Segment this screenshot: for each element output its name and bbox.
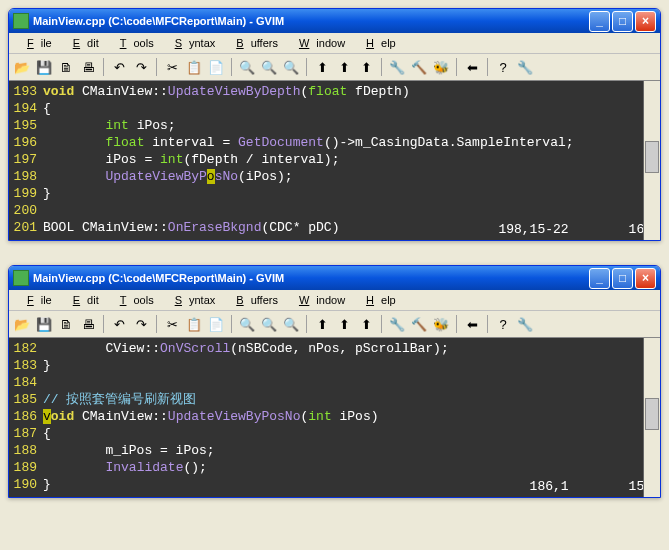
- cursor-position: 198,15-22: [498, 221, 568, 238]
- line-number: 196: [9, 134, 43, 151]
- line-number: 193: [9, 83, 43, 100]
- line-number: 195: [9, 117, 43, 134]
- toolbar-button-15[interactable]: 🔧: [388, 315, 406, 333]
- code-line: 189 Invalidate();: [9, 459, 660, 476]
- menu-buffers[interactable]: Buffers: [222, 35, 285, 51]
- toolbar: 📂💾🗎🖶↶↷✂📋📄🔍🔍🔍⬆⬆⬆🔧🔨🐝⬅?🔧: [9, 311, 660, 338]
- toolbar-button-8[interactable]: 📄: [207, 58, 225, 76]
- maximize-button[interactable]: □: [612, 11, 633, 32]
- code-line: 188 m_iPos = iPos;: [9, 442, 660, 459]
- toolbar-button-20[interactable]: 🔧: [516, 315, 534, 333]
- toolbar-button-19[interactable]: ?: [494, 315, 512, 333]
- toolbar-button-10[interactable]: 🔍: [260, 58, 278, 76]
- window-0: MainView.cpp (C:\code\MFCReport\Main) - …: [8, 8, 661, 241]
- toolbar-button-13[interactable]: ⬆: [335, 315, 353, 333]
- toolbar-button-4[interactable]: ↶: [110, 315, 128, 333]
- code-line: 198 UpdateViewByPosNo(iPos);: [9, 168, 660, 185]
- toolbar-button-11[interactable]: 🔍: [282, 58, 300, 76]
- toolbar-button-17[interactable]: 🐝: [432, 315, 450, 333]
- code-line: 199}: [9, 185, 660, 202]
- toolbar-button-0[interactable]: 📂: [13, 58, 31, 76]
- toolbar-button-1[interactable]: 💾: [35, 315, 53, 333]
- toolbar-button-9[interactable]: 🔍: [238, 315, 256, 333]
- scrollbar-vertical[interactable]: [643, 338, 660, 497]
- toolbar-button-10[interactable]: 🔍: [260, 315, 278, 333]
- code-line: 187{: [9, 425, 660, 442]
- close-button[interactable]: ×: [635, 268, 656, 289]
- window-title: MainView.cpp (C:\code\MFCReport\Main) - …: [33, 15, 284, 27]
- line-number: 197: [9, 151, 43, 168]
- toolbar-button-2[interactable]: 🗎: [57, 58, 75, 76]
- toolbar-separator: [156, 315, 157, 333]
- line-number: 190: [9, 476, 43, 493]
- toolbar-button-4[interactable]: ↶: [110, 58, 128, 76]
- menu-buffers[interactable]: Buffers: [222, 292, 285, 308]
- toolbar-button-14[interactable]: ⬆: [357, 58, 375, 76]
- toolbar-button-18[interactable]: ⬅: [463, 315, 481, 333]
- toolbar-button-6[interactable]: ✂: [163, 58, 181, 76]
- toolbar-button-2[interactable]: 🗎: [57, 315, 75, 333]
- menu-edit[interactable]: Edit: [59, 35, 106, 51]
- menu-file[interactable]: File: [13, 292, 59, 308]
- menu-tools[interactable]: Tools: [106, 35, 161, 51]
- minimize-button[interactable]: _: [589, 268, 610, 289]
- line-number: 183: [9, 357, 43, 374]
- toolbar-separator: [231, 58, 232, 76]
- toolbar-button-5[interactable]: ↷: [132, 315, 150, 333]
- toolbar-separator: [231, 315, 232, 333]
- toolbar-separator: [103, 58, 104, 76]
- menu-help[interactable]: Help: [352, 35, 403, 51]
- menu-edit[interactable]: Edit: [59, 292, 106, 308]
- menu-syntax[interactable]: Syntax: [161, 292, 223, 308]
- code-line: 185// 按照套管编号刷新视图: [9, 391, 660, 408]
- toolbar-button-7[interactable]: 📋: [185, 315, 203, 333]
- toolbar-button-12[interactable]: ⬆: [313, 315, 331, 333]
- toolbar-button-5[interactable]: ↷: [132, 58, 150, 76]
- code-editor[interactable]: 193void CMainView::UpdateViewByDepth(flo…: [9, 81, 660, 240]
- line-number: 201: [9, 219, 43, 236]
- minimize-button[interactable]: _: [589, 11, 610, 32]
- line-number: 188: [9, 442, 43, 459]
- toolbar-button-3[interactable]: 🖶: [79, 315, 97, 333]
- toolbar-button-17[interactable]: 🐝: [432, 58, 450, 76]
- toolbar-button-16[interactable]: 🔨: [410, 315, 428, 333]
- toolbar-button-1[interactable]: 💾: [35, 58, 53, 76]
- toolbar-button-16[interactable]: 🔨: [410, 58, 428, 76]
- menu-syntax[interactable]: Syntax: [161, 35, 223, 51]
- line-number: 185: [9, 391, 43, 408]
- toolbar-button-20[interactable]: 🔧: [516, 58, 534, 76]
- title-bar[interactable]: MainView.cpp (C:\code\MFCReport\Main) - …: [9, 9, 660, 33]
- line-number: 187: [9, 425, 43, 442]
- toolbar-separator: [487, 315, 488, 333]
- code-line: 200: [9, 202, 660, 219]
- maximize-button[interactable]: □: [612, 268, 633, 289]
- scrollbar-vertical[interactable]: [643, 81, 660, 240]
- line-number: 198: [9, 168, 43, 185]
- toolbar-button-18[interactable]: ⬅: [463, 58, 481, 76]
- line-number: 199: [9, 185, 43, 202]
- toolbar-button-6[interactable]: ✂: [163, 315, 181, 333]
- toolbar-button-7[interactable]: 📋: [185, 58, 203, 76]
- toolbar-button-3[interactable]: 🖶: [79, 58, 97, 76]
- scrollbar-thumb[interactable]: [645, 398, 659, 430]
- toolbar-button-14[interactable]: ⬆: [357, 315, 375, 333]
- toolbar-button-13[interactable]: ⬆: [335, 58, 353, 76]
- toolbar-button-0[interactable]: 📂: [13, 315, 31, 333]
- title-bar[interactable]: MainView.cpp (C:\code\MFCReport\Main) - …: [9, 266, 660, 290]
- toolbar-button-11[interactable]: 🔍: [282, 315, 300, 333]
- toolbar-separator: [381, 315, 382, 333]
- menu-help[interactable]: Help: [352, 292, 403, 308]
- code-editor[interactable]: 182 CView::OnVScroll(nSBCode, nPos, pScr…: [9, 338, 660, 497]
- scrollbar-thumb[interactable]: [645, 141, 659, 173]
- toolbar-button-8[interactable]: 📄: [207, 315, 225, 333]
- menu-window[interactable]: Window: [285, 35, 352, 51]
- menu-tools[interactable]: Tools: [106, 292, 161, 308]
- window-title: MainView.cpp (C:\code\MFCReport\Main) - …: [33, 272, 284, 284]
- menu-window[interactable]: Window: [285, 292, 352, 308]
- toolbar-button-15[interactable]: 🔧: [388, 58, 406, 76]
- toolbar-button-9[interactable]: 🔍: [238, 58, 256, 76]
- toolbar-button-19[interactable]: ?: [494, 58, 512, 76]
- menu-file[interactable]: File: [13, 35, 59, 51]
- close-button[interactable]: ×: [635, 11, 656, 32]
- toolbar-button-12[interactable]: ⬆: [313, 58, 331, 76]
